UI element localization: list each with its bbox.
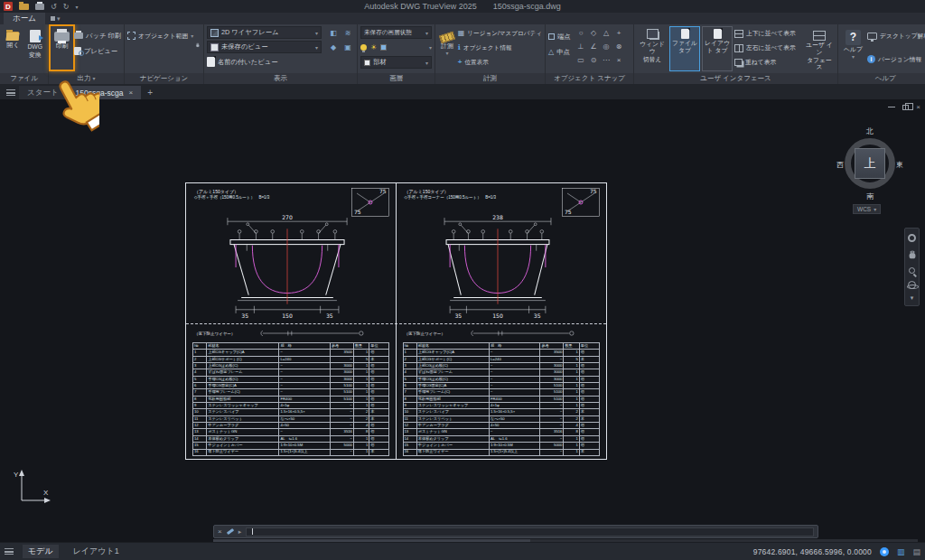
command-input[interactable] (246, 527, 814, 537)
panel-label-measure: 計測 (435, 73, 545, 84)
isolate-objects-icon[interactable]: ▤ (912, 547, 920, 556)
ribbon-tab-row: ホーム ▾ (0, 13, 925, 24)
osnap-mode-icon[interactable]: ∠ (591, 42, 597, 51)
dwg-convert-button[interactable]: DWG 変換 (25, 26, 46, 71)
command-close-icon[interactable]: × (218, 527, 222, 536)
status-menu-icon[interactable] (5, 548, 14, 555)
doc-close-icon[interactable]: × (916, 103, 920, 111)
snap-endpoint-button[interactable]: 端点 (548, 30, 571, 43)
command-customize-icon[interactable] (227, 528, 234, 535)
region-mass-button[interactable]: ▦ リージョン/マスプロパティ (458, 27, 542, 40)
osnap-mode-icon[interactable]: △ (603, 29, 609, 37)
new-tab-button[interactable]: + (142, 86, 158, 99)
visual-style-dropdown[interactable]: 2D ワイヤフレーム ▾ (207, 26, 322, 39)
viewcube-south-label[interactable]: 南 (866, 191, 874, 201)
command-recent-caret-icon[interactable]: ▸ (238, 528, 242, 536)
cascade-label: 重ねて表示 (745, 58, 776, 67)
osnap-mode-icon[interactable]: ⊗ (616, 42, 622, 51)
file-tab-menu-button[interactable] (4, 86, 18, 99)
redo-icon[interactable]: ↻ (63, 3, 70, 11)
viewcube-east-label[interactable]: 東 (896, 160, 903, 170)
osnap-mode-icon[interactable]: ○ (579, 29, 584, 37)
batch-plot-button[interactable]: バッチ 印刷 (74, 29, 121, 42)
view-tool-icon[interactable]: ≋ (345, 29, 351, 37)
parts-table-wrap: №部材名規 格参考数量単位1上部CGキャップ(C)A−35001個2上部CGサポ… (192, 342, 389, 456)
view-tool-icon[interactable]: ◧ (330, 29, 337, 37)
cascade-button[interactable]: 重ねて表示 (734, 56, 802, 69)
viewcube-west-label[interactable]: 西 (836, 160, 844, 170)
navbar-more-caret-icon[interactable]: ▾ (911, 296, 914, 300)
wcs-dropdown[interactable]: WCS ▾ (853, 204, 881, 214)
view-tool-icon[interactable]: ◆ (331, 43, 336, 51)
svg-text:Y: Y (14, 471, 19, 479)
user-interface-button[interactable]: ユーザ イン タフェース (804, 26, 835, 71)
command-line-bar[interactable]: × ▸ (213, 525, 818, 538)
tab-model[interactable]: モデル (23, 545, 59, 558)
parts-table: №部材名規 格参考数量単位1上部CGキャップ(C)A−35001個2上部CGサポ… (403, 342, 600, 456)
plot-icon[interactable] (35, 4, 44, 10)
tile-horizontally-button[interactable]: 左右に並べて表示 (734, 42, 802, 54)
svg-text:150: 150 (492, 313, 503, 319)
named-views-button[interactable]: 名前の付いたビュー (207, 55, 322, 69)
view-tool-icon[interactable]: ▣ (344, 43, 351, 51)
close-tab-icon[interactable]: × (129, 89, 134, 97)
snap-midpoint-button[interactable]: △ 中点 (548, 45, 571, 59)
file-tabs-toggle-button[interactable]: ファイル タブ (669, 26, 700, 71)
layer-sun-icon[interactable]: ☀ (370, 44, 377, 51)
hamburger-icon (6, 89, 15, 96)
osnap-mode-icon[interactable]: + (617, 29, 621, 37)
user-interface-icon (813, 31, 826, 41)
desktop-analytics-button[interactable]: デスクトップ解析 (867, 29, 925, 42)
view-dropdown[interactable]: 未保存のビュー ▾ (207, 41, 322, 53)
osnap-mode-icon[interactable]: × (617, 56, 621, 64)
viewcube-top-face[interactable]: 上 (855, 148, 885, 179)
viewcube-north-label[interactable]: 北 (866, 126, 874, 136)
open-button[interactable]: 開く (3, 26, 23, 71)
tab-start[interactable]: スタート (19, 86, 67, 99)
panel-label-output[interactable]: 出力 ▾ (49, 73, 124, 84)
view-value: 未保存のビュー (221, 42, 268, 51)
open-file-icon[interactable] (19, 4, 29, 10)
doc-restore-icon[interactable] (902, 105, 909, 110)
layer-state-dropdown[interactable]: 未保存の画層状態 ▾ (360, 26, 432, 39)
layer-dropdown[interactable]: 部材 ▾ (360, 56, 432, 69)
annotation-scale-icon[interactable]: ▥ (897, 547, 905, 556)
zoom-tool-icon[interactable] (909, 267, 915, 274)
print-button[interactable]: 印刷 (51, 26, 72, 71)
preview-button[interactable]: プレビュー (74, 44, 121, 58)
doc-minimize-icon[interactable] (888, 107, 895, 108)
tab-layout1[interactable]: レイアウト1 (68, 545, 125, 558)
desktop-analytics-icon (867, 33, 877, 40)
pan-tool-icon[interactable] (907, 249, 918, 260)
osnap-mode-icon[interactable]: ▭ (577, 56, 584, 64)
osnap-mode-icon[interactable]: ◇ (591, 29, 596, 37)
steering-wheel-icon[interactable] (908, 234, 916, 242)
help-button[interactable]: ? ヘルプ ▾ (841, 26, 865, 71)
osnap-mode-icon[interactable]: ⋯ (603, 56, 610, 64)
osnap-mode-icon[interactable]: ◎ (603, 42, 610, 51)
drawing-canvas[interactable]: × （アルミ150タイプ） ◇手摺＋手摺（150用0.5ルート） B=1/3 7… (0, 99, 925, 542)
zoom-extents-dropdown[interactable]: オブジェクト範囲 ▾ (127, 29, 193, 42)
qat-dropdown-caret-icon[interactable]: ▾ (75, 4, 78, 10)
geolocation-icon[interactable] (880, 547, 889, 556)
tab-document[interactable]: 150ssga-scga × (68, 86, 142, 99)
tab-home[interactable]: ホーム (4, 13, 45, 24)
orbit-tool-icon[interactable] (908, 281, 916, 289)
measure-button[interactable]: 計測 ▾ (438, 26, 456, 71)
snap-endpoint-icon (548, 33, 555, 40)
layout-tabs-toggle-button[interactable]: レイアウト タブ (702, 26, 733, 71)
ribbon-display-toggle[interactable]: ▾ (51, 13, 61, 24)
pan-hand-icon[interactable] (195, 35, 201, 55)
osnap-mode-icon[interactable]: ⊥ (578, 42, 584, 51)
layer-freeze-icon[interactable] (380, 44, 387, 51)
about-button[interactable]: i バージョン情報 (867, 52, 925, 66)
object-info-button[interactable]: ℹ オブジェクト情報 (458, 42, 542, 54)
osnap-mode-icon[interactable]: ⊙ (591, 56, 597, 64)
undo-icon[interactable]: ↺ (51, 3, 57, 11)
layer-on-icon[interactable] (360, 44, 367, 51)
switch-windows-button[interactable]: ウィンドウ 切替え (637, 26, 668, 71)
viewcube[interactable]: 上 北 南 西 東 WCS ▾ (841, 126, 899, 215)
wcs-caret-icon: ▾ (874, 205, 876, 214)
tile-vertically-button[interactable]: 上下に並べて表示 (734, 27, 802, 40)
locate-point-button[interactable]: + 位置表示 (458, 56, 542, 69)
